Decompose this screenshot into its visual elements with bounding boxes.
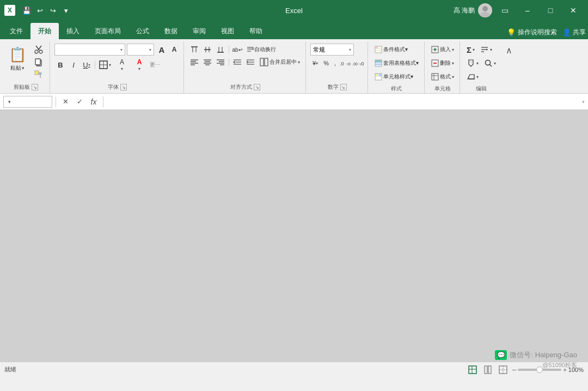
align-label: 对齐方式 ↘	[188, 82, 302, 93]
svg-rect-44	[265, 58, 268, 66]
formula-input[interactable]	[107, 96, 580, 108]
increase-decimal-button[interactable]: .0→.00	[339, 57, 351, 69]
decrease-font-size-button[interactable]: A	[168, 44, 180, 56]
sort-button[interactable]: ▾	[478, 44, 494, 56]
search-area[interactable]: 💡 操作说明搜索	[507, 28, 557, 39]
zoom-plus-button[interactable]: +	[563, 366, 566, 373]
maximize-button[interactable]: □	[540, 0, 561, 21]
zoom-minus-button[interactable]: ─	[512, 366, 517, 373]
table-format-button[interactable]: 套用表格格式▾	[372, 57, 421, 69]
merge-center-button[interactable]: 合并后居中 ▾	[258, 56, 302, 68]
svg-rect-8	[35, 71, 39, 75]
format-cell-button[interactable]: 格式 ▾	[429, 71, 456, 83]
wrap-text-button[interactable]: 自动换行	[244, 44, 278, 56]
font-color-button[interactable]: A ▾	[131, 59, 148, 71]
currency-button[interactable]: ¥ ▾	[310, 57, 320, 69]
cut-button[interactable]	[31, 44, 46, 56]
zoom-slider[interactable]	[518, 369, 561, 371]
tab-page-layout[interactable]: 页面布局	[87, 23, 128, 39]
page-break-view-button[interactable]	[497, 364, 509, 376]
tab-home[interactable]: 开始	[30, 23, 59, 39]
italic-button[interactable]: I	[68, 59, 79, 71]
font-size-select[interactable]: ▾	[127, 44, 154, 56]
align-middle-button[interactable]	[201, 44, 213, 56]
underline-button[interactable]: U▾	[81, 59, 93, 71]
tab-help[interactable]: 帮助	[242, 23, 270, 39]
align-bottom-button[interactable]	[215, 44, 226, 56]
zoom-level: 100%	[568, 366, 584, 373]
align-col: ab↵ 自动换行	[188, 44, 302, 68]
name-box[interactable]: ▾	[3, 96, 52, 108]
save-button[interactable]: 💾	[21, 4, 33, 16]
sum-button[interactable]: Σ ▾	[464, 44, 477, 56]
svg-text:.0: .0	[360, 61, 364, 66]
align-right-button[interactable]	[215, 56, 226, 68]
text-direction-button[interactable]: ab↵	[231, 44, 243, 56]
tab-file[interactable]: 文件	[2, 23, 30, 39]
undo-button[interactable]: ↩	[34, 4, 46, 16]
user-area[interactable]: 高 海鹏	[454, 3, 492, 17]
collapse-ribbon-button[interactable]: ∧	[503, 44, 516, 57]
font-name-select[interactable]: ▾	[54, 44, 125, 56]
share-button[interactable]: 👤 共享	[562, 28, 586, 39]
tab-insert[interactable]: 插入	[59, 23, 87, 39]
fill-color-button[interactable]: A ▾	[114, 59, 130, 71]
format-painter-button[interactable]	[31, 69, 46, 81]
restore-window-button[interactable]: ▭	[494, 0, 515, 21]
svg-point-0	[482, 6, 488, 11]
decrease-indent-button[interactable]	[231, 56, 243, 68]
font-expand-button[interactable]: ↘	[120, 84, 127, 90]
align-top-button[interactable]	[188, 44, 200, 56]
edit-label: 编辑	[464, 84, 498, 95]
decrease-decimal-button[interactable]: .00→.0	[352, 57, 364, 69]
minimize-button[interactable]: –	[517, 0, 538, 21]
style-group: 条件格式▾ 套用表格格式▾ 单元格样式▾ 样式	[369, 41, 425, 93]
increase-font-size-button[interactable]: A	[156, 44, 168, 56]
fill-button[interactable]: ▾	[464, 57, 481, 69]
paste-button[interactable]: 📋 粘贴 ▾	[5, 44, 29, 73]
conditional-format-button[interactable]: 条件格式▾	[372, 44, 410, 56]
clear-arrow: ▾	[476, 75, 479, 80]
paste-label: 粘贴	[10, 64, 21, 72]
formula-expand-button[interactable]: ▾	[582, 99, 585, 105]
delete-cell-button[interactable]: 删除 ▾	[429, 57, 456, 69]
clipboard-expand-button[interactable]: ↘	[32, 84, 38, 90]
customize-qa-button[interactable]: ▾	[60, 4, 72, 16]
bold-button[interactable]: B	[54, 59, 66, 71]
redo-button[interactable]: ↪	[47, 4, 59, 16]
confirm-formula-button[interactable]: ✓	[74, 96, 85, 108]
thousands-button[interactable]: ,	[332, 57, 338, 69]
page-layout-view-button[interactable]	[482, 364, 494, 376]
tab-formulas[interactable]: 公式	[128, 23, 157, 39]
align-left-button[interactable]	[188, 56, 200, 68]
increase-indent-button[interactable]	[244, 56, 256, 68]
paste-icon: 📋	[8, 45, 27, 64]
cell-style-button[interactable]: 单元格样式▾	[372, 71, 415, 83]
zoom-thumb[interactable]	[536, 366, 543, 373]
search-label: 操作说明搜索	[518, 28, 557, 37]
close-button[interactable]: ✕	[563, 0, 584, 21]
insert-cell-button[interactable]: 插入 ▾	[429, 44, 456, 56]
tab-review[interactable]: 审阅	[185, 23, 213, 39]
number-expand-button[interactable]: ↘	[340, 84, 347, 90]
insert-cell-arrow: ▾	[452, 47, 454, 52]
clear-button[interactable]: ▾	[464, 71, 481, 83]
svg-rect-67	[432, 74, 438, 80]
insert-function-button[interactable]: fx	[88, 96, 100, 108]
font-extra-label: 更⋯	[149, 61, 162, 69]
tab-data[interactable]: 数据	[157, 23, 185, 39]
status-bar: 就绪 ─ + 100%	[0, 362, 588, 377]
tab-view[interactable]: 视图	[213, 23, 242, 39]
copy-button[interactable]	[31, 56, 46, 68]
svg-rect-81	[488, 366, 491, 374]
number-format-select[interactable]: 常规 ▾	[310, 44, 354, 56]
normal-view-button[interactable]	[467, 364, 479, 376]
user-name: 高 海鹏	[454, 6, 475, 15]
status-right: ─ + 100%	[467, 364, 584, 376]
cancel-formula-button[interactable]: ✕	[59, 96, 71, 108]
find-button[interactable]: ▾	[482, 57, 498, 69]
percent-button[interactable]: %	[321, 57, 331, 69]
border-button[interactable]: ▾	[97, 59, 113, 71]
align-expand-button[interactable]: ↘	[254, 84, 260, 90]
align-center-button[interactable]	[201, 56, 213, 68]
